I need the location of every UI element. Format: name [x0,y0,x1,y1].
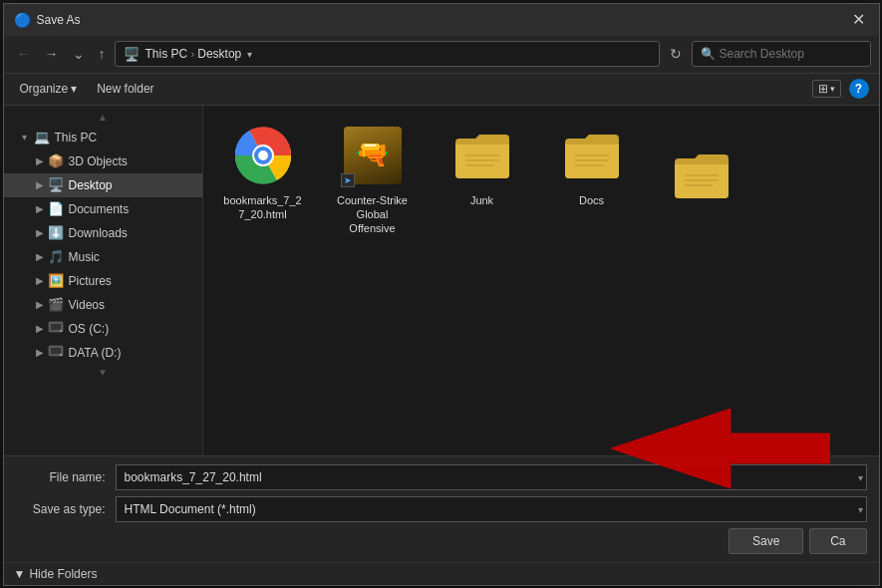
sidebar-item-videos[interactable]: ▶ 🎬 Videos [4,293,202,317]
recent-locations-button[interactable]: ⌄ [68,44,90,64]
title-bar: 🔵 Save As ✕ [4,4,879,36]
main-content: ▲ ▾ 💻 This PC ▶ 📦 3D Objects ▶ 🖥️ [4,106,879,455]
collapse-icon: ▼ [14,567,26,581]
drive-d-icon [48,344,64,361]
videos-icon: 🎬 [48,297,64,312]
computer-icon: 💻 [34,130,50,145]
expand-arrow: ▶ [36,203,48,214]
hide-folders-button[interactable]: ▼ Hide Folders [14,567,98,581]
file-item-junk[interactable]: Junk [433,116,532,244]
expand-arrow: ▶ [36,227,48,238]
bookmarks-file-icon [231,124,295,187]
close-button[interactable]: ✕ [848,12,869,28]
expand-arrow: ▾ [22,132,34,143]
savetype-wrapper: ▾ [116,496,867,522]
hide-folders-label: Hide Folders [29,567,97,581]
csgo-file-icon: 🔫 ➤ [341,124,405,187]
sidebar-label-this-pc: This PC [55,131,196,145]
junk-folder-icon [450,124,514,187]
toolbar: Organize ▾ New folder ⊞ ▾ ? [4,74,879,106]
sidebar-item-data-d[interactable]: ▶ DATA (D:) [4,341,202,365]
help-button[interactable]: ? [849,79,869,99]
junk-folder-label: Junk [470,193,493,207]
filename-input[interactable] [116,464,867,490]
3d-objects-icon: 📦 [48,153,64,168]
downloads-icon: ⬇️ [48,225,64,240]
file-item-csgo[interactable]: 🔫 ➤ Counter-StrikeGlobalOffensive [323,116,423,244]
path-this-pc: This PC [146,47,188,61]
up-button[interactable]: ↑ [94,44,111,64]
address-box[interactable]: 🖥️ This PC › Desktop ▾ [115,41,660,67]
filename-wrapper: ▾ [116,464,867,490]
scroll-down-indicator: ▼ [4,365,202,381]
new-folder-button[interactable]: New folder [91,80,159,98]
save-button[interactable]: Save [729,528,803,554]
svg-point-5 [60,354,62,356]
filename-label: File name: [16,470,116,484]
sidebar-label-desktop: Desktop [69,178,196,192]
sidebar-item-downloads[interactable]: ▶ ⬇️ Downloads [4,221,202,245]
new-folder-label: New folder [97,82,153,96]
savetype-label: Save as type: [16,502,116,516]
path-desktop: Desktop [197,47,241,61]
sidebar-label-pictures: Pictures [69,274,196,288]
cancel-button[interactable]: Ca [809,528,866,554]
savetype-input[interactable] [116,496,867,522]
sidebar-item-desktop[interactable]: ▶ 🖥️ Desktop [4,173,202,197]
svg-point-9 [258,150,268,160]
search-box[interactable]: 🔍 [692,41,871,67]
view-icon: ⊞ [818,82,828,96]
sidebar-label-3d-objects: 3D Objects [69,154,196,168]
bookmarks-file-label: bookmarks_7_27_20.html [223,193,301,222]
expand-arrow: ▶ [36,251,48,262]
expand-arrow: ▶ [36,275,48,286]
expand-arrow: ▶ [36,323,48,334]
svg-rect-1 [51,324,61,330]
documents-icon: 📄 [48,201,64,216]
sidebar-item-this-pc[interactable]: ▾ 💻 This PC [4,126,202,149]
bottom-bar: File name: ▾ Save as type: ▾ Save Ca [4,455,879,562]
search-input[interactable] [720,47,862,61]
folder-icon: 🖥️ [124,47,140,62]
sidebar-label-data-d: DATA (D:) [69,346,196,360]
search-icon: 🔍 [701,47,716,61]
sidebar-item-music[interactable]: ▶ 🎵 Music [4,245,202,269]
organize-dropdown-icon: ▾ [71,82,77,96]
organize-label: Organize [20,82,69,96]
dialog-icon: 🔵 [14,12,31,28]
svg-point-2 [60,330,62,332]
expand-arrow: ▶ [36,299,48,310]
scroll-up-indicator: ▲ [4,110,202,126]
svg-text:🔫: 🔫 [355,138,390,170]
sidebar-item-pictures[interactable]: ▶ 🖼️ Pictures [4,269,202,293]
sidebar: ▲ ▾ 💻 This PC ▶ 📦 3D Objects ▶ 🖥️ [4,106,203,455]
refresh-button[interactable]: ↻ [664,44,688,64]
sidebar-label-os-c: OS (C:) [69,322,196,336]
folder2-icon [670,144,734,207]
file-item-docs[interactable]: Docs [542,116,642,244]
sidebar-item-documents[interactable]: ▶ 📄 Documents [4,197,202,221]
hide-folders-row: ▼ Hide Folders [4,562,879,585]
sidebar-item-os-c[interactable]: ▶ OS (C:) [4,317,202,341]
sidebar-label-downloads: Downloads [69,226,196,240]
sidebar-item-3d-objects[interactable]: ▶ 📦 3D Objects [4,149,202,173]
file-item-bookmarks[interactable]: bookmarks_7_27_20.html [213,116,313,244]
savetype-row: Save as type: ▾ [16,496,867,522]
file-item-folder2[interactable] [652,116,751,244]
organize-button[interactable]: Organize ▾ [14,80,84,98]
back-button[interactable]: ← [12,44,36,64]
sidebar-label-documents: Documents [69,202,196,216]
sidebar-label-music: Music [69,250,196,264]
sidebar-label-videos: Videos [69,298,196,312]
docs-folder-icon [560,124,624,187]
expand-arrow: ▶ [36,347,48,358]
music-icon: 🎵 [48,249,64,264]
dialog-title: Save As [37,13,848,27]
expand-arrow: ▶ [36,179,48,190]
docs-folder-label: Docs [579,193,604,207]
forward-button[interactable]: → [40,44,64,64]
address-dropdown-icon[interactable]: ▾ [247,49,252,60]
address-bar: ← → ⌄ ↑ 🖥️ This PC › Desktop ▾ ↻ 🔍 [4,36,879,74]
csgo-file-label: Counter-StrikeGlobalOffensive [337,193,408,236]
view-button[interactable]: ⊞ ▾ [812,80,841,98]
